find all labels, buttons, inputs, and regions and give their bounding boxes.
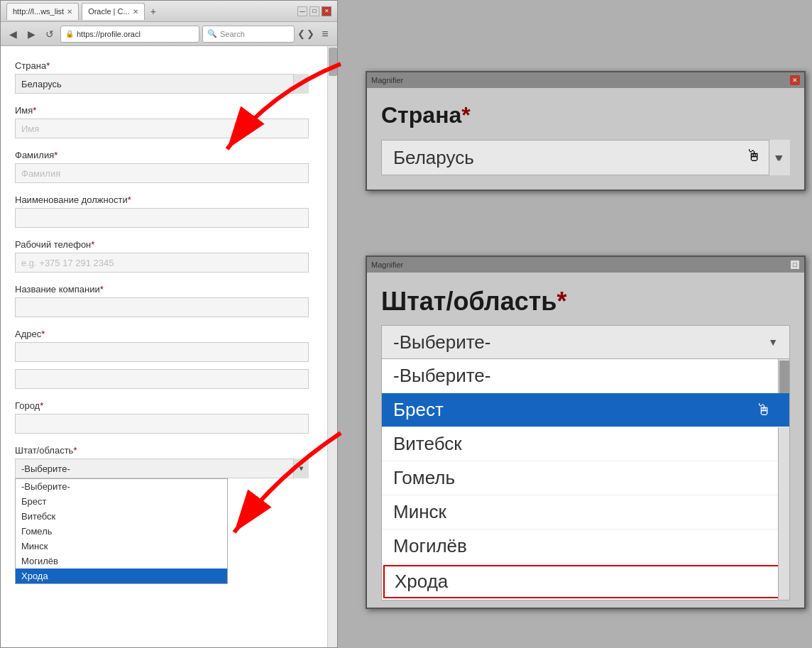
browser-tab-1[interactable]: http://l...ws_list ✕ [6,3,79,20]
address-bar[interactable]: 🔒 https://profile.oracl [60,26,199,43]
scrollbar-track[interactable] [327,46,337,647]
magnifier-state-title: Magnifier [371,260,403,269]
phone-input[interactable] [15,253,309,273]
magnifier-country-content: Страна* Беларусь ▼ 🖱 [367,88,804,190]
reload-button[interactable]: ↺ [42,26,57,42]
state-option-minsk[interactable]: Минск [16,539,227,554]
magnifier-option-brest[interactable]: Брест 🖱 [382,393,789,427]
state-required: * [73,445,77,456]
magnifier-state-arrow-icon: ▼ [768,336,778,348]
close-button[interactable]: ✕ [322,6,331,16]
state-label: Штат/область* [15,445,309,456]
magnifier-option-gomel[interactable]: Гомель [382,461,789,495]
lastname-input[interactable] [15,163,309,183]
browser-toolbar: ◀ ▶ ↺ 🔒 https://profile.oracl 🔍 Search ❮… [1,22,337,46]
magnifier-country-close[interactable]: ✕ [790,75,800,85]
position-required: * [128,194,131,205]
magnifier-state-dropdown[interactable]: -Выберите- Брест 🖱 Витебск Гомель Минск … [381,359,790,600]
magnifier-country-titlebar: Magnifier ✕ [367,72,804,88]
extra-nav-1[interactable]: ❮ [297,28,305,39]
search-bar[interactable]: 🔍 Search [202,26,295,43]
forward-button[interactable]: ▶ [23,26,39,42]
company-label: Название компании* [15,284,309,295]
lastname-group: Фамилия* [15,150,309,183]
magnifier-country-select[interactable]: Беларусь [381,140,790,175]
city-group: Город* [15,400,309,434]
magnifier-scrollbar-thumb[interactable] [779,361,789,396]
back-button[interactable]: ◀ [5,26,21,42]
magnifier-state-select[interactable]: -Выберите- ▼ [381,325,790,359]
extra-nav-2[interactable]: ❯ [307,28,314,39]
address-input-1[interactable] [15,342,309,362]
search-icon: 🔍 [207,29,217,38]
magnifier-option-default[interactable]: -Выберите- [382,359,789,393]
form: Страна* Беларусь ▼ Имя* [15,60,323,647]
name-required: * [33,105,36,116]
position-group: Наименование должности* [15,194,309,228]
magnifier-state-titlebar: Magnifier □ [367,257,804,273]
country-label: Страна* [15,60,309,71]
magnifier-country-select-wrapper[interactable]: Беларусь ▼ 🖱 [381,140,790,175]
state-arrow-icon: ▼ [298,465,304,472]
phone-required: * [91,239,94,250]
country-select[interactable]: Беларусь [15,74,309,94]
magnifier-country: Magnifier ✕ Страна* Беларусь ▼ 🖱 [366,71,806,191]
city-input[interactable] [15,414,309,434]
country-dropdown-arrow[interactable]: ▼ [293,74,309,94]
magnifier-country-arrow[interactable]: ▼ [769,140,790,175]
magnifier-state-maximize[interactable]: □ [790,260,800,270]
magnifier-option-hroda[interactable]: Хрода [383,565,788,598]
state-option-vitebsk[interactable]: Витебск [16,509,227,524]
state-option-brest[interactable]: Брест [16,494,227,509]
country-arrow-icon: ▼ [298,80,304,87]
browser-content: Страна* Беларусь ▼ Имя* [1,46,337,647]
country-select-wrapper[interactable]: Беларусь ▼ [15,74,309,94]
country-group: Страна* Беларусь ▼ [15,60,309,94]
state-select-wrapper[interactable]: -Выберите- ▼ [15,458,309,478]
magnifier-state-content: Штат/область* -Выберите- ▼ -Выберите- Бр… [367,273,804,608]
magnifier-option-minsk[interactable]: Минск [382,495,789,529]
tab-2-close-icon[interactable]: ✕ [133,8,138,16]
address-input-2[interactable] [15,369,309,389]
maximize-button[interactable]: □ [309,6,319,16]
state-dropdown-arrow[interactable]: ▼ [293,458,309,478]
city-label: Город* [15,400,309,411]
magnifier-option-mogilev[interactable]: Могилёв [382,529,789,564]
company-required: * [100,284,104,295]
magnifier-state-label: Штат/область* [381,287,790,317]
state-select[interactable]: -Выберите- [15,458,309,478]
search-placeholder: Search [220,30,245,38]
state-group: Штат/область* -Выберите- ▼ -Выберите- Бр… [15,445,309,478]
state-dropdown-list[interactable]: -Выберите- Брест Витебск Гомель Минск Мо… [15,478,228,584]
url-text: https://profile.oracl [77,30,141,38]
tab-1-label: http://l...ws_list [13,7,64,16]
name-input[interactable] [15,119,309,138]
magnifier-country-required: * [461,102,470,128]
state-option-hroda[interactable]: Хрода [16,569,227,583]
browser-tab-2[interactable]: Oracle | C... ✕ [82,3,144,20]
lastname-label: Фамилия* [15,150,309,160]
tab-1-close-icon[interactable]: ✕ [67,8,72,16]
company-input[interactable] [15,297,309,317]
cursor-hand-2-icon: 🖱 [756,401,772,419]
magnifier-state-required: * [556,287,566,316]
state-option-mogilev[interactable]: Могилёв [16,554,227,569]
magnifier-state-select-wrapper[interactable]: -Выберите- ▼ [381,325,790,359]
magnifier-state: Magnifier □ Штат/область* -Выберите- ▼ -… [366,256,806,609]
magnifier-option-vitebsk[interactable]: Витебск [382,427,789,461]
position-input[interactable] [15,208,309,228]
phone-label: Рабочий телефон* [15,239,309,250]
menu-button[interactable]: ≡ [317,26,333,42]
lock-icon: 🔒 [65,30,74,38]
name-group: Имя* [15,105,309,138]
state-option-gomel[interactable]: Гомель [16,524,227,539]
magnifier-country-label: Страна* [381,102,790,128]
scrollbar-thumb[interactable] [329,48,337,76]
phone-group: Рабочий телефон* [15,239,309,273]
new-tab-button[interactable]: + [150,6,156,17]
minimize-button[interactable]: — [297,6,307,16]
browser-titlebar: http://l...ws_list ✕ Oracle | C... ✕ + —… [1,1,337,22]
city-required: * [40,400,43,411]
company-group: Название компании* [15,284,309,317]
state-option-default[interactable]: -Выберите- [16,479,227,494]
